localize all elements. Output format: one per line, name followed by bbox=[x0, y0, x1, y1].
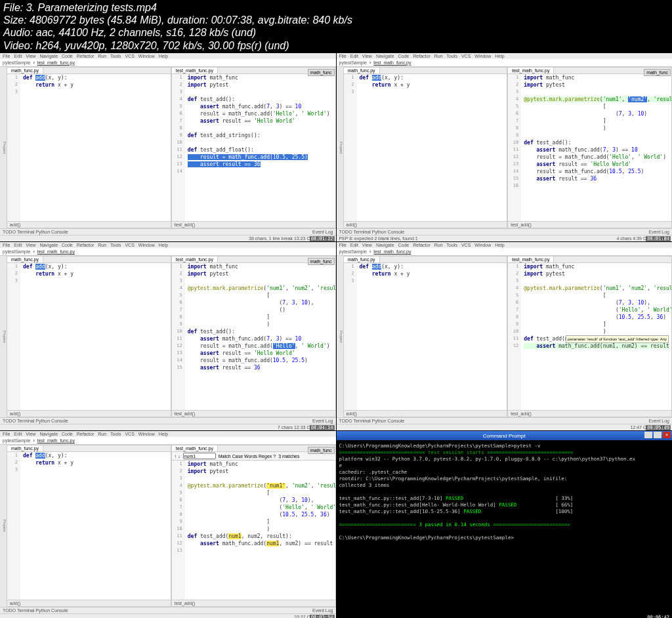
left-editor[interactable]: 123 def add(x, y): return x + y bbox=[7, 74, 171, 221]
cmd-title: Command Prompt bbox=[483, 433, 526, 439]
left-editor[interactable]: 123 def add(x, y): return x + y bbox=[344, 263, 507, 410]
console-tab[interactable]: Python Console bbox=[35, 230, 68, 234]
eventlog-tab[interactable]: Event Log bbox=[312, 230, 333, 234]
config-dropdown[interactable]: math_func bbox=[308, 447, 335, 454]
breadcrumb[interactable]: pytestSample›test_math_func.py bbox=[0, 437, 336, 445]
tooltip: parameter 'result' of function 'test_add… bbox=[566, 335, 669, 343]
breadcrumb[interactable]: pytestSample›test_math_func.py bbox=[0, 248, 336, 256]
tab-math-func[interactable]: math_func.py bbox=[344, 68, 380, 73]
side-tool-project[interactable]: Project bbox=[337, 256, 343, 417]
minimize-button[interactable] bbox=[644, 432, 652, 438]
breadcrumb[interactable]: pytestSample›test_math_func.py bbox=[337, 248, 673, 256]
close-button[interactable]: × bbox=[663, 432, 671, 438]
todo-tab[interactable]: TODO bbox=[3, 230, 16, 234]
tab-test-math-func[interactable]: test_math_func.py bbox=[172, 257, 218, 262]
ide-panel-1: FileEditViewNavigateCodeRefactorRunTools… bbox=[0, 53, 336, 241]
tab-test-math-func[interactable]: test_math_func.py bbox=[508, 257, 554, 262]
menubar[interactable]: FileEditViewNavigateCodeRefactorRunTools… bbox=[0, 431, 336, 437]
right-editor[interactable]: 123456789101112131415 import math_func i… bbox=[172, 263, 335, 410]
config-dropdown[interactable]: math_func bbox=[308, 258, 335, 265]
config-dropdown[interactable]: math_func bbox=[644, 69, 671, 76]
side-tool-project[interactable]: Project bbox=[0, 67, 7, 228]
menubar[interactable]: FileEditViewNavigateCodeRefactorRunTools… bbox=[0, 53, 336, 59]
tab-math-func[interactable]: math_func.py bbox=[7, 445, 43, 451]
video-timestamp: 00:04:14 bbox=[310, 425, 335, 430]
right-editor[interactable]: 1234567891011121314 import math_func imp… bbox=[172, 74, 335, 221]
tab-test-math-func[interactable]: test_math_func.py bbox=[172, 68, 218, 73]
menubar[interactable]: FileEditViewNavigateCodeRefactorRunTools… bbox=[0, 242, 336, 248]
ide-panel-3: FileEditViewNavigateCodeRefactorRunTools… bbox=[0, 242, 336, 430]
left-editor[interactable]: 123 def add(x, y): return x + y bbox=[7, 452, 171, 599]
file-metadata: File: 3. Parameterizing tests.mp4 Size: … bbox=[0, 0, 672, 53]
left-editor[interactable]: 123 def add(x, y): return x + y bbox=[344, 74, 507, 221]
side-tool-project[interactable]: Project bbox=[0, 445, 7, 606]
command-prompt-panel: Command Prompt × C:\Users\ProgrammingKno… bbox=[337, 431, 673, 618]
breadcrumb[interactable]: pytestSample›test_math_func.py bbox=[337, 59, 673, 67]
right-editor[interactable]: 12345678910111213 import math_func impor… bbox=[172, 461, 335, 599]
terminal-output[interactable]: C:\Users\ProgrammingKnowledge\PycharmPro… bbox=[337, 440, 673, 618]
context-label: add() bbox=[10, 222, 20, 227]
terminal-tab[interactable]: Terminal bbox=[17, 230, 34, 234]
maximize-button[interactable] bbox=[654, 432, 662, 438]
ide-panel-5: FileEditViewNavigateCodeRefactorRunTools… bbox=[0, 431, 336, 618]
tab-math-func[interactable]: math_func.py bbox=[344, 257, 380, 262]
side-tool-project[interactable]: Project bbox=[337, 67, 343, 228]
video-timestamp: 00:06:42 bbox=[646, 615, 671, 618]
video-timestamp: 00:01:04 bbox=[646, 236, 671, 241]
tab-math-func[interactable]: math_func.py bbox=[7, 68, 43, 73]
side-tool-project[interactable]: Project bbox=[0, 256, 7, 417]
ide-panel-2: FileEditViewNavigateCodeRefactorRunTools… bbox=[337, 53, 673, 241]
video-timestamp: 00:05:49 bbox=[646, 425, 671, 430]
tab-test-math-func[interactable]: test_math_func.py bbox=[508, 68, 554, 73]
video-timestamp: 00:03:54 bbox=[310, 615, 335, 618]
menubar[interactable]: FileEditViewNavigateCodeRefactorRunTools… bbox=[337, 53, 673, 59]
config-dropdown[interactable]: math_func bbox=[308, 69, 335, 76]
cmd-titlebar[interactable]: Command Prompt × bbox=[337, 431, 673, 440]
tab-test-math-func[interactable]: test_math_func.py bbox=[172, 445, 218, 451]
menubar[interactable]: FileEditViewNavigateCodeRefactorRunTools… bbox=[337, 242, 673, 248]
left-editor[interactable]: 123 def add(x, y): return x + y bbox=[7, 263, 171, 410]
tab-math-func[interactable]: math_func.py bbox=[7, 257, 43, 262]
right-editor[interactable]: 12345678910111213141516 import math_func… bbox=[508, 74, 671, 221]
search-input[interactable] bbox=[183, 453, 216, 459]
ide-panel-4: FileEditViewNavigateCodeRefactorRunTools… bbox=[337, 242, 673, 430]
panel-grid: FileEditViewNavigateCodeRefactorRunTools… bbox=[0, 53, 672, 618]
breadcrumb[interactable]: pytestSample›test_math_func.py bbox=[0, 59, 336, 67]
video-timestamp: 00:01:12 bbox=[310, 236, 335, 241]
